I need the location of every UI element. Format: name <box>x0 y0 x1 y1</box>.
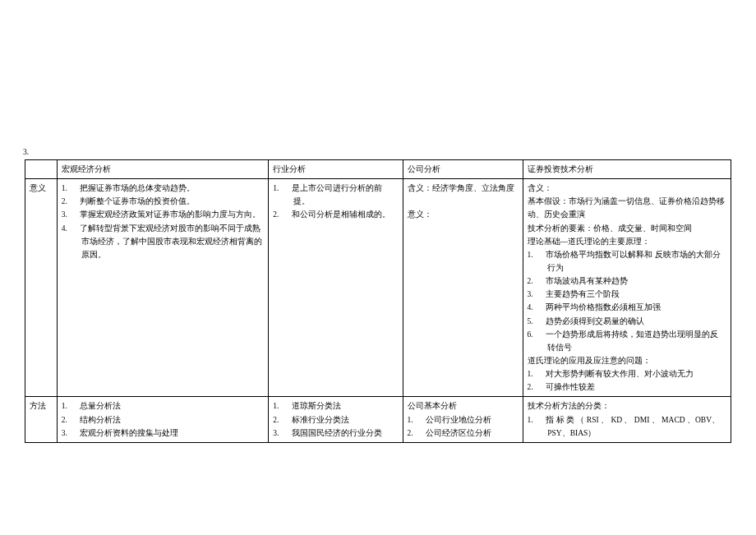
tech-theory-basis: 理论基础—道氏理论的主要原理： <box>528 235 726 248</box>
tech-theory-5: 趋势必须得到交易量的确认 <box>546 317 644 325</box>
meaning-company-def: 含义：经济学角度、立法角度 <box>408 182 519 195</box>
cell-meaning-technical: 含义： 基本假设：市场行为涵盖一切信息、证券价格沿趋势移动、历史会重演 技术分析… <box>523 179 731 397</box>
method-company-1: 公司行业地位分析 <box>426 416 491 424</box>
tech-def-label: 含义： <box>528 182 726 195</box>
tech-theory-2: 市场波动具有某种趋势 <box>546 277 628 285</box>
header-industry: 行业分析 <box>269 160 403 179</box>
method-company-2: 公司经济区位分析 <box>426 429 491 437</box>
cell-method-technical: 技术分析方法的分类： 1.指 标 类 （ RSI 、 KD 、 DMI 、 MA… <box>523 397 731 442</box>
row-method: 方法 1.总量分析法 2.结构分析法 3.宏观分析资料的搜集与处理 1.道琼斯分… <box>25 397 731 442</box>
header-company: 公司分析 <box>403 160 523 179</box>
header-rowlabel <box>25 160 58 179</box>
cell-method-industry: 1.道琼斯分类法 2.标准行业分类法 3.我国国民经济的行业分类 <box>269 397 403 442</box>
method-industry-2: 标准行业分类法 <box>292 416 349 424</box>
cell-meaning-industry: 1.是上市公司进行分析的前提。 2.和公司分析是相辅相成的。 <box>269 179 403 397</box>
tech-theory-4: 两种平均价格指数必须相互加强 <box>546 303 661 311</box>
tech-dow-issue-1: 对大形势判断有较大作用、对小波动无力 <box>546 370 694 378</box>
page-number: 3. <box>23 148 731 156</box>
meaning-industry-1: 是上市公司进行分析的前提。 <box>292 184 382 205</box>
method-macro-1: 总量分析法 <box>80 402 121 410</box>
method-company-header: 公司基本分析 <box>408 399 519 413</box>
tech-elements: 技术分析的要素：价格、成交量、时间和空间 <box>528 222 726 235</box>
header-technical: 证券投资技术分析 <box>523 160 731 179</box>
tech-theory-1: 市场价格平均指数可以解释和 反映市场的大部分行为 <box>546 251 720 272</box>
tech-assumption: 基本假设：市场行为涵盖一切信息、证券价格沿趋势移动、历史会重演 <box>528 195 726 221</box>
cell-method-company: 公司基本分析 1.公司行业地位分析 2.公司经济区位分析 <box>403 397 523 442</box>
tech-theory-3: 主要趋势有三个阶段 <box>546 290 620 298</box>
cell-meaning-company: 含义：经济学角度、立法角度 意义： <box>403 179 523 397</box>
method-technical-1: 指 标 类 （ RSI 、 KD 、 DMI 、 MACD 、OBV、PSY、B… <box>546 416 720 437</box>
analysis-table: 宏观经济分析 行业分析 公司分析 证券投资技术分析 意义 1.把握证券市场的总体… <box>25 159 731 443</box>
method-industry-3: 我国国民经济的行业分类 <box>292 429 382 437</box>
meaning-industry-2: 和公司分析是相辅相成的。 <box>292 210 390 219</box>
tech-dow-issue-2: 可操作性较差 <box>546 383 595 391</box>
tech-dow-issues-label: 道氏理论的应用及应注意的问题： <box>528 354 726 367</box>
rowlabel-method: 方法 <box>25 397 58 442</box>
meaning-macro-3: 掌握宏观经济政策对证券市场的影响力度与方向。 <box>80 210 260 219</box>
row-meaning: 意义 1.把握证券市场的总体变动趋势。 2.判断整个证券市场的投资价值。 3.掌… <box>25 179 731 397</box>
meaning-company-yiyi: 意义： <box>408 208 519 221</box>
method-industry-1: 道琼斯分类法 <box>292 402 341 410</box>
meaning-macro-1: 把握证券市场的总体变动趋势。 <box>80 184 195 192</box>
rowlabel-meaning: 意义 <box>25 179 58 397</box>
cell-method-macro: 1.总量分析法 2.结构分析法 3.宏观分析资料的搜集与处理 <box>57 397 269 442</box>
header-macro: 宏观经济分析 <box>57 160 269 179</box>
table-header-row: 宏观经济分析 行业分析 公司分析 证券投资技术分析 <box>25 160 731 179</box>
method-technical-header: 技术分析方法的分类： <box>528 399 726 413</box>
method-macro-2: 结构分析法 <box>80 416 121 424</box>
tech-theory-6: 一个趋势形成后将持续，知道趋势出现明显的反转信号 <box>546 330 718 352</box>
meaning-macro-4: 了解转型背景下宏观经济对股市的影响不同于成熟市场经济，了解中国股市表现和宏观经济… <box>80 224 262 259</box>
meaning-macro-2: 判断整个证券市场的投资价值。 <box>80 197 195 205</box>
cell-meaning-macro: 1.把握证券市场的总体变动趋势。 2.判断整个证券市场的投资价值。 3.掌握宏观… <box>57 179 269 397</box>
method-macro-3: 宏观分析资料的搜集与处理 <box>80 429 178 437</box>
